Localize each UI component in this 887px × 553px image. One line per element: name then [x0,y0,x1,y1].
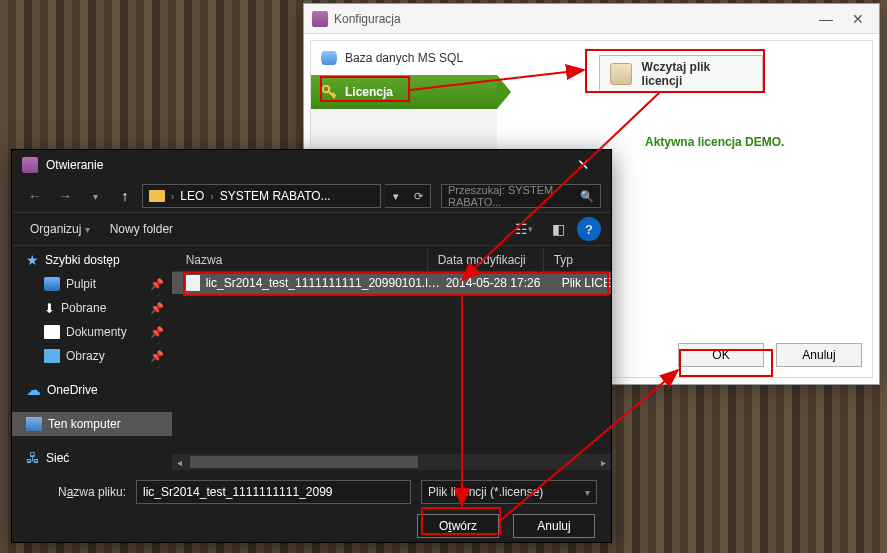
sidebar-item-label: Licencja [345,85,393,99]
forward-button: → [52,184,78,208]
path-dropdown[interactable]: ▾ [385,185,408,207]
tree-label: Szybki dostęp [45,253,120,267]
scroll-right-icon[interactable]: ▸ [595,457,611,468]
pin-icon: 📌 [150,302,164,315]
config-button-row: OK Anuluj [678,343,862,367]
database-icon [321,51,337,65]
filename-input[interactable] [136,480,411,504]
help-button[interactable]: ? [577,217,601,241]
path-segment[interactable]: SYSTEM RABATO... [220,189,331,203]
sidebar-item-database[interactable]: Baza danych MS SQL [311,41,497,75]
file-open-navbar: ← → ▾ ↑ › LEO › SYSTEM RABATO... ▾ ⟳ Prz… [12,180,611,212]
organize-menu[interactable]: Organizuj ▾ [22,213,98,245]
file-open-footer: Nazwa pliku: Plik licencji (*.license) ▾… [12,470,611,542]
file-open-titlebar: Otwieranie ✕ [12,150,611,180]
load-license-label: Wczytaj plik licencji [642,60,752,88]
new-folder-button[interactable]: Nowy folder [102,213,181,245]
filename-label: Nazwa pliku: [26,485,126,499]
sidebar-item-label: Baza danych MS SQL [345,51,463,65]
sidebar-item-license[interactable]: Licencja [311,75,497,109]
tree-label: Sieć [46,451,69,465]
chevron-right-icon: › [210,191,213,202]
file-name: lic_Sr2014_test_1111111111_20990101.lice… [206,276,442,290]
cancel-button[interactable]: Anuluj [776,343,862,367]
certificate-icon [610,63,632,85]
chevron-right-icon: › [171,191,174,202]
chevron-down-icon: ▾ [85,224,90,235]
breadcrumb[interactable]: › LEO › SYSTEM RABATO... [142,184,381,208]
network-icon: 🖧 [26,450,40,466]
tree-downloads[interactable]: ⬇Pobrane📌 [12,296,172,320]
tree-label: Dokumenty [66,325,127,339]
pin-icon: 📌 [150,278,164,291]
file-type: Plik LICE [558,276,611,290]
back-button[interactable]: ← [22,184,48,208]
open-button[interactable]: Otwórz [417,514,499,538]
license-status-text: Aktywna licencja DEMO. [645,135,784,149]
organize-label: Organizuj [30,222,81,236]
config-titlebar: Konfiguracja — ✕ [304,4,879,34]
minimize-button[interactable]: — [813,10,839,28]
file-date: 2014-05-28 17:26 [442,276,558,290]
file-open-title: Otwieranie [46,158,103,172]
scroll-left-icon[interactable]: ◂ [172,457,188,468]
file-open-toolbar: Organizuj ▾ Nowy folder ☷ ▾ ◧ ? [12,212,611,246]
search-placeholder: Przeszukaj: SYSTEM RABATO... [448,184,574,208]
list-header: Nazwa Data modyfikacji Typ [172,248,611,272]
tree-documents[interactable]: Dokumenty📌 [12,320,172,344]
recent-dropdown[interactable]: ▾ [82,184,108,208]
tree-label: Obrazy [66,349,105,363]
close-button[interactable]: ✕ [565,151,601,179]
tree-label: Pobrane [61,301,106,315]
ok-button[interactable]: OK [678,343,764,367]
file-icon [186,275,200,291]
horizontal-scrollbar[interactable]: ◂ ▸ [172,454,611,470]
search-icon: 🔍 [580,190,594,203]
load-license-button[interactable]: Wczytaj plik licencji [599,55,763,93]
tree-quick-access[interactable]: ★Szybki dostęp [12,248,172,272]
refresh-button[interactable]: ⟳ [408,185,431,207]
desktop-icon [44,277,60,291]
file-list: Nazwa Data modyfikacji Typ lic_Sr2014_te… [172,248,611,470]
star-icon: ★ [26,252,39,268]
column-type[interactable]: Typ [544,248,611,271]
tree-label: Ten komputer [48,417,121,431]
pin-icon: 📌 [150,326,164,339]
chevron-down-icon: ▾ [585,487,590,498]
key-icon [321,84,337,100]
cloud-icon: ☁ [26,381,41,399]
column-date[interactable]: Data modyfikacji [428,248,544,271]
search-input[interactable]: Przeszukaj: SYSTEM RABATO... 🔍 [441,184,601,208]
tree-label: Pulpit [66,277,96,291]
filetype-value: Plik licencji (*.license) [428,485,543,499]
pictures-icon [44,349,60,363]
path-actions: ▾ ⟳ [385,184,431,208]
tree-onedrive[interactable]: ☁OneDrive [12,378,172,402]
cancel-button[interactable]: Anuluj [513,514,595,538]
pin-icon: 📌 [150,350,164,363]
filetype-select[interactable]: Plik licencji (*.license) ▾ [421,480,597,504]
scrollbar-thumb[interactable] [190,456,418,468]
tree-network[interactable]: 🖧Sieć [12,446,172,470]
config-title: Konfiguracja [334,12,401,26]
document-icon [44,325,60,339]
svg-point-0 [323,86,329,92]
tree-pictures[interactable]: Obrazy📌 [12,344,172,368]
close-button[interactable]: ✕ [845,10,871,28]
up-button[interactable]: ↑ [112,184,138,208]
download-icon: ⬇ [44,301,55,316]
file-row[interactable]: lic_Sr2014_test_1111111111_20990101.lice… [172,272,611,294]
preview-pane-button[interactable]: ◧ [543,217,573,241]
file-open-dialog: Otwieranie ✕ ← → ▾ ↑ › LEO › SYSTEM RABA… [11,149,612,543]
column-name[interactable]: Nazwa [172,248,428,271]
folder-icon [149,190,165,202]
view-mode-button[interactable]: ☷ ▾ [509,217,539,241]
path-segment[interactable]: LEO [180,189,204,203]
pc-icon [26,417,42,431]
tree-this-pc[interactable]: Ten komputer [12,412,172,436]
app-icon [22,157,38,173]
tree-label: OneDrive [47,383,98,397]
file-open-body: ★Szybki dostęp Pulpit📌 ⬇Pobrane📌 Dokumen… [12,248,611,470]
app-icon [312,11,328,27]
tree-desktop[interactable]: Pulpit📌 [12,272,172,296]
